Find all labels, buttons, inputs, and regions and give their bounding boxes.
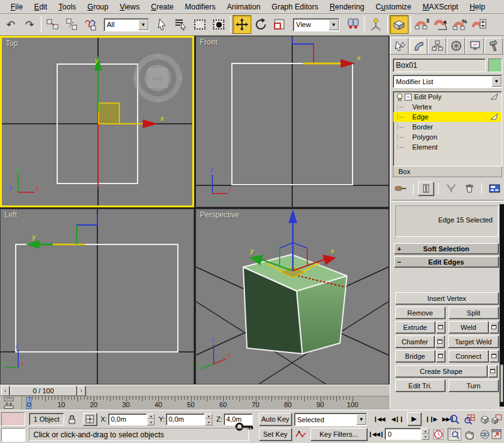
spinner-snap-icon[interactable]: [469, 15, 488, 34]
stack-row-edit-poly[interactable]: − Edit Poly: [393, 92, 501, 102]
chevron-down-icon[interactable]: ▼: [329, 19, 339, 30]
pan-hand-icon[interactable]: [463, 428, 476, 440]
select-and-rotate-icon[interactable]: [251, 15, 270, 34]
reference-coordinate-dropdown[interactable]: View ▼: [293, 18, 339, 31]
angle-snap-icon[interactable]: [432, 15, 451, 34]
percent-snap-icon[interactable]: %: [451, 15, 469, 34]
viewport-front[interactable]: Front x z y x: [195, 36, 389, 207]
next-frame-icon[interactable]: ❙❙▶: [424, 413, 439, 425]
viewport-front-label[interactable]: Front: [200, 38, 217, 46]
zoom-icon[interactable]: [447, 413, 461, 425]
snap-3d-icon[interactable]: 3: [413, 15, 432, 34]
go-to-start-icon[interactable]: ❙◀◀: [371, 413, 387, 425]
maxscript-mini-listener[interactable]: [1, 428, 25, 442]
redo-icon[interactable]: ↷: [20, 15, 39, 34]
time-slider-handle[interactable]: 0 / 100: [10, 386, 77, 396]
create-shape-button[interactable]: Create Shape: [395, 365, 487, 377]
play-icon[interactable]: ▶: [407, 412, 421, 425]
zoom-all-icon[interactable]: [463, 413, 476, 425]
default-in-out-tangents-icon[interactable]: [294, 428, 308, 440]
menu-animation[interactable]: Animation: [221, 1, 266, 13]
rectangular-selection-region-icon[interactable]: [190, 15, 209, 34]
chamfer-settings-icon[interactable]: [436, 336, 444, 347]
chevron-down-icon[interactable]: ▼: [356, 414, 366, 425]
viewport-perspective[interactable]: Perspective: [195, 209, 389, 385]
maxscript-mini-listener-macro[interactable]: [1, 412, 25, 426]
time-slider-next-icon[interactable]: ›: [77, 386, 85, 396]
tab-modify[interactable]: [409, 38, 427, 54]
object-name-field[interactable]: Box01: [393, 58, 486, 72]
target-weld-button[interactable]: Target Weld: [448, 336, 498, 347]
collapse-icon[interactable]: −: [405, 94, 412, 101]
use-pivot-center-icon[interactable]: [343, 15, 362, 34]
select-and-link-icon[interactable]: [43, 15, 62, 34]
x-spinner[interactable]: ▲▼: [147, 413, 155, 425]
rollout-soft-selection[interactable]: + Soft Selection: [394, 243, 498, 254]
extrude-settings-icon[interactable]: [436, 321, 445, 333]
menu-create[interactable]: Create: [145, 1, 179, 13]
weld-settings-icon[interactable]: [490, 321, 498, 333]
stack-row-vertex[interactable]: ┊─Vertex: [393, 102, 501, 112]
menu-file[interactable]: File: [5, 1, 28, 13]
create-shape-settings-icon[interactable]: [488, 365, 497, 377]
y-coordinate-field[interactable]: 0,0m: [166, 413, 205, 425]
track-bar[interactable]: 0102030405060708090100: [0, 396, 390, 410]
bind-to-space-warp-icon[interactable]: [81, 15, 100, 34]
window-crossing-selection-icon[interactable]: [209, 15, 228, 34]
chevron-down-icon[interactable]: ▼: [491, 76, 501, 87]
menu-group[interactable]: Group: [82, 1, 114, 13]
rollout-scrollbar[interactable]: [500, 204, 504, 407]
menu-modifiers[interactable]: Modifiers: [179, 1, 221, 13]
menu-edit[interactable]: Edit: [28, 1, 53, 13]
maximize-viewport-toggle-icon[interactable]: [490, 428, 503, 440]
menu-customize[interactable]: Customize: [370, 1, 417, 13]
show-end-result-icon[interactable]: [418, 182, 434, 195]
set-key-button[interactable]: Set Key: [259, 428, 292, 440]
tab-motion[interactable]: [447, 38, 465, 54]
region-zoom-icon[interactable]: [447, 428, 461, 440]
modifier-active-icon[interactable]: [490, 92, 499, 101]
undo-icon[interactable]: ↶: [1, 15, 20, 34]
viewport-top-label[interactable]: Top: [6, 39, 18, 48]
select-object-icon[interactable]: [153, 15, 172, 34]
menu-rendering[interactable]: Rendering: [324, 1, 370, 13]
menu-tools[interactable]: Tools: [53, 1, 82, 13]
tab-hierarchy[interactable]: [428, 38, 446, 54]
turn-button[interactable]: Turn: [449, 380, 498, 391]
edit-tri-button[interactable]: Edit Tri.: [395, 380, 445, 391]
frame-spinner[interactable]: ▲▼: [422, 428, 429, 440]
open-mini-curve-editor-icon[interactable]: [3, 397, 20, 409]
menu-maxscript[interactable]: MAXScript: [417, 1, 464, 13]
key-filters-button[interactable]: Key Filters...: [310, 428, 367, 440]
zoom-extents-all-icon[interactable]: [490, 413, 503, 425]
menu-views[interactable]: Views: [114, 1, 145, 13]
select-by-name-icon[interactable]: [172, 15, 190, 34]
viewcube[interactable]: TOP: [133, 53, 183, 103]
previous-frame-icon[interactable]: ◀❙❙: [390, 413, 405, 425]
bridge-button[interactable]: Bridge: [395, 350, 435, 362]
menu-help[interactable]: Help: [464, 1, 491, 13]
chamfer-button[interactable]: Chamfer: [395, 336, 434, 347]
extrude-button[interactable]: Extrude: [395, 321, 435, 333]
selection-lock-icon[interactable]: [64, 413, 79, 425]
viewport-top[interactable]: Top TOP y x: [0, 36, 194, 207]
remove-button[interactable]: Remove: [395, 307, 445, 319]
auto-key-button[interactable]: Auto Key: [259, 413, 292, 425]
stack-row-border[interactable]: ┊─Border: [393, 122, 501, 132]
scrollbar-thumb[interactable]: [500, 364, 503, 402]
rollout-edit-edges[interactable]: − Edit Edges: [394, 256, 498, 267]
menu-graph-editors[interactable]: Graph Editors: [266, 1, 324, 13]
absolute-mode-icon[interactable]: [83, 413, 97, 425]
stack-row-edge[interactable]: ┊─Edge: [393, 112, 501, 122]
select-and-scale-icon[interactable]: [270, 15, 289, 34]
make-unique-icon[interactable]: [443, 182, 459, 195]
tab-utilities[interactable]: [485, 38, 503, 54]
split-button[interactable]: Split: [449, 307, 498, 319]
stack-row-box[interactable]: Box: [393, 167, 502, 177]
y-spinner[interactable]: ▲▼: [205, 413, 212, 425]
connect-settings-icon[interactable]: [490, 350, 498, 362]
chevron-down-icon[interactable]: ▼: [138, 19, 148, 30]
remove-modifier-icon[interactable]: [461, 182, 477, 195]
lightbulb-icon[interactable]: [396, 93, 403, 101]
pin-stack-icon[interactable]: [393, 182, 408, 195]
